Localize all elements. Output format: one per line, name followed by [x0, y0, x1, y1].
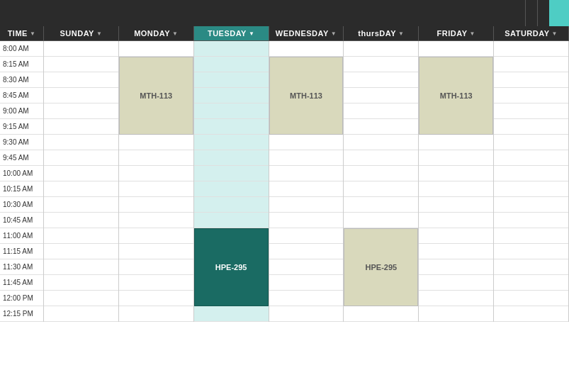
- day-cell[interactable]: [194, 135, 269, 150]
- day-cell[interactable]: [344, 306, 418, 322]
- day-cell[interactable]: [119, 213, 193, 228]
- day-cell[interactable]: [419, 135, 493, 150]
- day-cell[interactable]: [419, 181, 493, 197]
- day-cell[interactable]: [194, 306, 269, 322]
- col-header-monday[interactable]: MONDAY▼: [119, 26, 194, 40]
- day-cell[interactable]: [194, 150, 269, 166]
- day-cell[interactable]: [269, 213, 344, 228]
- day-cell[interactable]: [269, 181, 344, 197]
- day-cell[interactable]: [494, 135, 568, 150]
- day-cell[interactable]: [119, 291, 193, 306]
- day-cell[interactable]: [119, 150, 193, 166]
- col-header-sunday[interactable]: SUNDAY▼: [44, 26, 119, 40]
- day-cell[interactable]: [44, 181, 118, 197]
- day-cell[interactable]: [194, 181, 269, 197]
- col-header-wednesday[interactable]: WEDNESDAY▼: [269, 26, 344, 40]
- day-cell[interactable]: [44, 244, 118, 259]
- day-cell[interactable]: [44, 306, 118, 322]
- day-cell[interactable]: [194, 103, 269, 119]
- day-cell[interactable]: [494, 244, 568, 259]
- day-cell[interactable]: [269, 244, 344, 259]
- day-cell[interactable]: [44, 213, 118, 228]
- day-cell[interactable]: [344, 197, 418, 213]
- schedule-block-mth113[interactable]: MTH-113: [119, 57, 193, 135]
- day-cell[interactable]: [44, 150, 118, 166]
- day-cell[interactable]: [344, 88, 418, 103]
- day-cell[interactable]: [269, 275, 344, 291]
- day-cell[interactable]: [494, 181, 568, 197]
- schedule-block-mth113[interactable]: MTH-113: [419, 57, 493, 135]
- day-cell[interactable]: [44, 88, 118, 103]
- day-cell[interactable]: [44, 57, 118, 72]
- day-cell[interactable]: [494, 119, 568, 135]
- day-cell[interactable]: [419, 275, 493, 291]
- day-cell[interactable]: [44, 166, 118, 181]
- day-cell[interactable]: [44, 228, 118, 244]
- schedule-block-mth113[interactable]: MTH-113: [269, 57, 344, 135]
- day-cell[interactable]: [119, 306, 193, 322]
- day-cell[interactable]: [419, 259, 493, 275]
- day-cell[interactable]: [344, 41, 418, 57]
- day-cell[interactable]: [269, 291, 344, 306]
- day-cell[interactable]: [494, 103, 568, 119]
- day-cell[interactable]: [494, 259, 568, 275]
- schedule-block-hpe295[interactable]: HPE-295: [194, 228, 269, 306]
- day-cell[interactable]: [194, 119, 269, 135]
- day-cell[interactable]: [494, 72, 568, 88]
- day-cell[interactable]: [344, 119, 418, 135]
- day-cell[interactable]: [494, 213, 568, 228]
- day-cell[interactable]: [269, 135, 344, 150]
- day-cell[interactable]: [419, 41, 493, 57]
- day-cell[interactable]: [344, 181, 418, 197]
- day-cell[interactable]: [344, 166, 418, 181]
- day-cell[interactable]: [119, 197, 193, 213]
- day-cell[interactable]: [344, 57, 418, 72]
- day-cell[interactable]: [44, 135, 118, 150]
- day-cell[interactable]: [344, 213, 418, 228]
- day-cell[interactable]: [119, 181, 193, 197]
- day-cell[interactable]: [494, 197, 568, 213]
- day-cell[interactable]: [44, 119, 118, 135]
- day-cell[interactable]: [44, 41, 118, 57]
- day-cell[interactable]: [494, 57, 568, 72]
- day-cell[interactable]: [269, 166, 344, 181]
- day-cell[interactable]: [194, 41, 269, 57]
- day-cell[interactable]: [419, 306, 493, 322]
- day-cell[interactable]: [119, 275, 193, 291]
- day-cell[interactable]: [419, 213, 493, 228]
- day-cell[interactable]: [494, 41, 568, 57]
- day-cell[interactable]: [494, 88, 568, 103]
- day-cell[interactable]: [344, 135, 418, 150]
- day-cell[interactable]: [194, 166, 269, 181]
- col-header-time[interactable]: TIME▼: [0, 26, 44, 40]
- day-cell[interactable]: [494, 228, 568, 244]
- day-cell[interactable]: [119, 244, 193, 259]
- day-cell[interactable]: [344, 150, 418, 166]
- day-cell[interactable]: [419, 197, 493, 213]
- col-header-tuesday[interactable]: TUESDAY▼: [194, 26, 269, 40]
- day-cell[interactable]: [494, 275, 568, 291]
- day-cell[interactable]: [269, 306, 344, 322]
- day-cell[interactable]: [44, 291, 118, 306]
- day-cell[interactable]: [194, 72, 269, 88]
- day-cell[interactable]: [344, 103, 418, 119]
- day-cell[interactable]: [119, 166, 193, 181]
- day-cell[interactable]: [419, 228, 493, 244]
- day-cell[interactable]: [194, 88, 269, 103]
- col-header-saturday[interactable]: SATURDAY▼: [494, 26, 569, 40]
- day-cell[interactable]: [119, 259, 193, 275]
- day-cell[interactable]: [269, 228, 344, 244]
- day-cell[interactable]: [44, 103, 118, 119]
- day-cell[interactable]: [419, 244, 493, 259]
- day-cell[interactable]: [194, 57, 269, 72]
- class-list-button[interactable]: [549, 0, 569, 26]
- day-cell[interactable]: [119, 41, 193, 57]
- day-cell[interactable]: [194, 197, 269, 213]
- day-cell[interactable]: [44, 197, 118, 213]
- day-cell[interactable]: [269, 259, 344, 275]
- day-cell[interactable]: [269, 150, 344, 166]
- col-header-friday[interactable]: FRIDAY▼: [419, 26, 494, 40]
- day-cell[interactable]: [344, 72, 418, 88]
- day-cell[interactable]: [119, 135, 193, 150]
- day-cell[interactable]: [494, 150, 568, 166]
